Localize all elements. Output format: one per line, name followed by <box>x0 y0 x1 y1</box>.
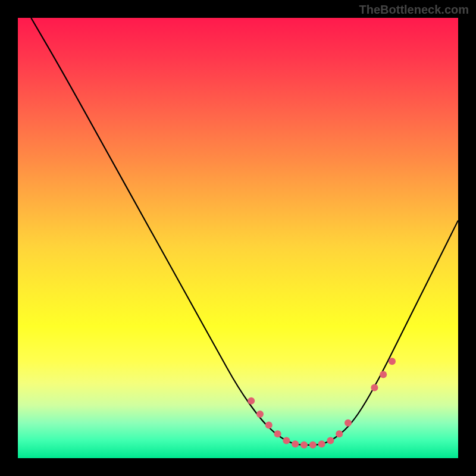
curve-marker <box>265 422 273 429</box>
curve-markers <box>248 358 396 449</box>
curve-marker <box>371 384 378 392</box>
curve-marker <box>380 371 387 378</box>
curve-marker <box>336 430 343 437</box>
chart-container: TheBottleneck.com <box>0 0 476 476</box>
curve-marker <box>283 437 290 444</box>
curve-marker <box>345 419 352 427</box>
curve-marker <box>274 430 281 437</box>
curve-marker <box>327 437 334 444</box>
curve-marker <box>309 441 317 449</box>
curve-marker <box>248 397 255 405</box>
curve-svg <box>18 18 458 458</box>
curve-marker <box>389 358 396 365</box>
watermark-text: TheBottleneck.com <box>359 3 469 17</box>
curve-marker <box>292 440 299 447</box>
curve-marker <box>318 440 325 447</box>
bottleneck-curve <box>31 18 458 445</box>
curve-marker <box>256 411 264 418</box>
curve-marker <box>300 441 308 449</box>
plot-area <box>18 18 458 458</box>
